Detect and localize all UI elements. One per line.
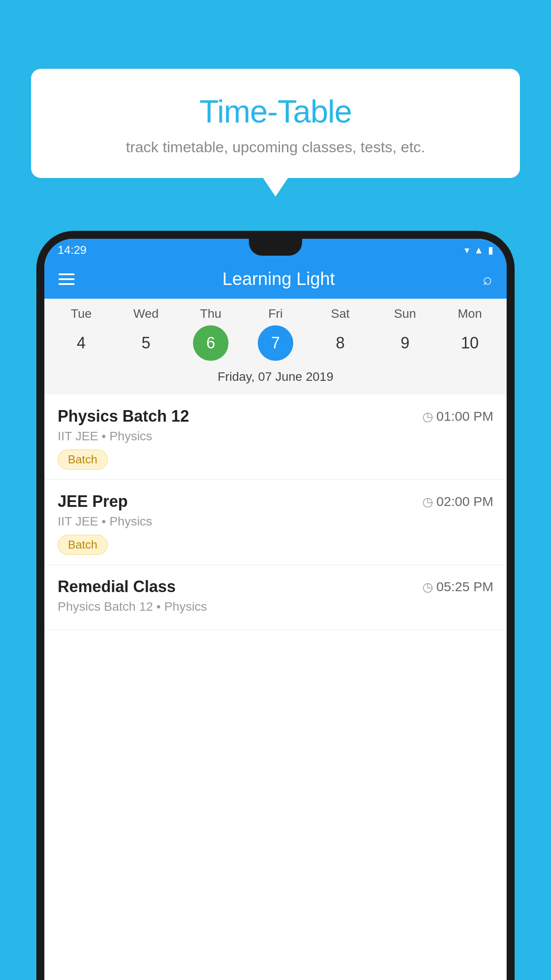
- schedule-item-2-header: JEE Prep ◷ 02:00 PM: [58, 492, 493, 511]
- phone-screen: 14:29 ▾ ▲ ▮ Learning Light ⌕: [44, 239, 507, 980]
- schedule-item-2-tag: Batch: [58, 535, 108, 555]
- search-button[interactable]: ⌕: [483, 270, 492, 288]
- day-7-selected[interactable]: 7: [258, 325, 293, 361]
- hamburger-line-3: [59, 283, 75, 285]
- wifi-icon: ▾: [464, 245, 469, 256]
- schedule-item-1-tag: Batch: [58, 450, 108, 470]
- signal-icon: ▲: [474, 245, 484, 256]
- day-header-sun: Sun: [387, 307, 423, 321]
- day-numbers: 4 5 6 7 8 9 10: [49, 325, 502, 361]
- day-header-thu: Thu: [193, 307, 228, 321]
- status-time: 14:29: [58, 243, 87, 257]
- day-9[interactable]: 9: [387, 325, 423, 361]
- schedule-item-2-title: JEE Prep: [58, 492, 128, 511]
- day-header-sat: Sat: [323, 307, 358, 321]
- schedule-item-1[interactable]: Physics Batch 12 ◷ 01:00 PM IIT JEE • Ph…: [44, 395, 507, 480]
- status-icons: ▾ ▲ ▮: [464, 245, 493, 256]
- day-4[interactable]: 4: [63, 325, 99, 361]
- bubble-title: Time-Table: [58, 93, 493, 130]
- schedule-item-1-time: ◷ 01:00 PM: [422, 409, 493, 424]
- day-header-wed: Wed: [128, 307, 164, 321]
- bubble-subtitle: track timetable, upcoming classes, tests…: [58, 138, 493, 156]
- phone-mockup: 14:29 ▾ ▲ ▮ Learning Light ⌕: [36, 231, 515, 980]
- day-header-fri: Fri: [258, 307, 293, 321]
- selected-date-label: Friday, 07 June 2019: [49, 366, 502, 390]
- app-bar: Learning Light ⌕: [44, 259, 507, 299]
- schedule-item-3-title: Remedial Class: [58, 577, 176, 596]
- hamburger-line-1: [59, 273, 75, 275]
- day-header-mon: Mon: [452, 307, 488, 321]
- day-headers: Tue Wed Thu Fri Sat Sun Mon: [49, 307, 502, 321]
- schedule-item-1-title: Physics Batch 12: [58, 407, 189, 426]
- phone-outer: 14:29 ▾ ▲ ▮ Learning Light ⌕: [36, 231, 515, 980]
- clock-icon-2: ◷: [422, 494, 433, 509]
- battery-icon: ▮: [488, 245, 493, 256]
- schedule-item-2-time: ◷ 02:00 PM: [422, 494, 493, 509]
- schedule-item-3[interactable]: Remedial Class ◷ 05:25 PM Physics Batch …: [44, 565, 507, 630]
- schedule-item-3-header: Remedial Class ◷ 05:25 PM: [58, 577, 493, 596]
- clock-icon-3: ◷: [422, 580, 433, 594]
- notch: [249, 239, 302, 256]
- day-10[interactable]: 10: [452, 325, 488, 361]
- schedule-item-1-header: Physics Batch 12 ◷ 01:00 PM: [58, 407, 493, 426]
- day-header-tue: Tue: [63, 307, 99, 321]
- speech-bubble-container: Time-Table track timetable, upcoming cla…: [31, 69, 520, 178]
- day-6-today[interactable]: 6: [193, 325, 228, 361]
- schedule-item-3-sub: Physics Batch 12 • Physics: [58, 600, 493, 614]
- status-bar: 14:29 ▾ ▲ ▮: [44, 239, 507, 259]
- schedule-item-3-time: ◷ 05:25 PM: [422, 579, 493, 594]
- schedule-list: Physics Batch 12 ◷ 01:00 PM IIT JEE • Ph…: [44, 395, 507, 630]
- hamburger-line-2: [59, 278, 75, 280]
- day-8[interactable]: 8: [323, 325, 358, 361]
- app-bar-title: Learning Light: [222, 269, 335, 289]
- speech-bubble: Time-Table track timetable, upcoming cla…: [31, 69, 520, 178]
- schedule-item-2-sub: IIT JEE • Physics: [58, 514, 493, 529]
- schedule-item-1-sub: IIT JEE • Physics: [58, 429, 493, 443]
- day-5[interactable]: 5: [128, 325, 164, 361]
- clock-icon-1: ◷: [422, 409, 433, 424]
- schedule-item-2[interactable]: JEE Prep ◷ 02:00 PM IIT JEE • Physics Ba…: [44, 480, 507, 565]
- hamburger-menu-button[interactable]: [59, 273, 75, 285]
- calendar-strip: Tue Wed Thu Fri Sat Sun Mon 4 5 6 7 8 9 …: [44, 299, 507, 395]
